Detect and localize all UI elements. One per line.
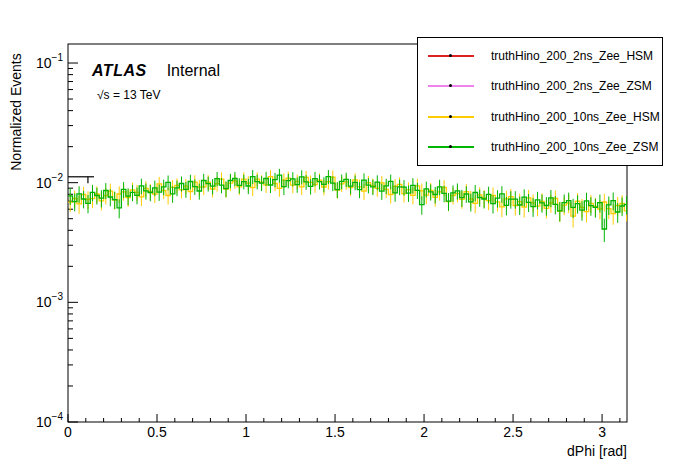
energy-label: √s = 13 TeV (97, 88, 160, 102)
y-tick-label: 10−4 (36, 411, 63, 430)
y-tick-label: 10−2 (36, 172, 63, 191)
histogram-truthHino_200_10ns_Zee_HSM (68, 177, 627, 217)
legend-marker-dot (449, 115, 452, 118)
legend-entry: truthHino_200_10ns_Zee_ZSM (418, 133, 662, 161)
legend-marker-dot (449, 145, 452, 148)
x-tick-label: 0 (64, 424, 72, 440)
legend-entry-label: truthHino_200_10ns_Zee_HSM (491, 110, 660, 124)
legend-marker-line (428, 145, 474, 149)
x-axis-title: dPhi [rad] (0, 443, 627, 459)
y-tick-label: 10−1 (36, 52, 63, 71)
x-tick-label: 0.5 (147, 424, 167, 440)
atlas-wordmark: ATLAS (92, 62, 147, 79)
atlas-status-label: Internal (167, 62, 220, 79)
y-tick-labels: 10−110−210−310−4 (36, 52, 63, 430)
legend-entry-label: truthHino_200_2ns_Zee_ZSM (491, 79, 652, 93)
x-tick-labels: 00.511.522.53 (64, 424, 606, 440)
legend-marker-line (428, 115, 474, 119)
legend: truthHino_200_2ns_Zee_HSMtruthHino_200_2… (417, 37, 663, 166)
histogram-truthHino_200_10ns_Zee_ZSM (68, 175, 627, 229)
x-tick-label: 1.5 (325, 424, 345, 440)
legend-entry-label: truthHino_200_10ns_Zee_ZSM (491, 140, 658, 154)
legend-marker-line (428, 84, 474, 88)
legend-marker-line (428, 54, 474, 58)
plot-canvas: 00.511.522.5310−110−210−310−4 Normalized… (0, 0, 696, 472)
legend-entry: truthHino_200_2ns_Zee_HSM (418, 42, 662, 70)
y-tick-label: 10−3 (36, 291, 63, 310)
x-tick-label: 1 (242, 424, 250, 440)
x-tick-label: 2.5 (503, 424, 523, 440)
atlas-label: ATLASInternal (92, 62, 220, 80)
legend-entry: truthHino_200_10ns_Zee_HSM (418, 103, 662, 131)
legend-entry: truthHino_200_2ns_Zee_ZSM (418, 72, 662, 100)
legend-entry-label: truthHino_200_2ns_Zee_HSM (491, 49, 653, 63)
x-tick-label: 3 (598, 424, 606, 440)
y-axis-title: Normalized Events (8, 2, 24, 222)
x-tick-label: 2 (420, 424, 428, 440)
